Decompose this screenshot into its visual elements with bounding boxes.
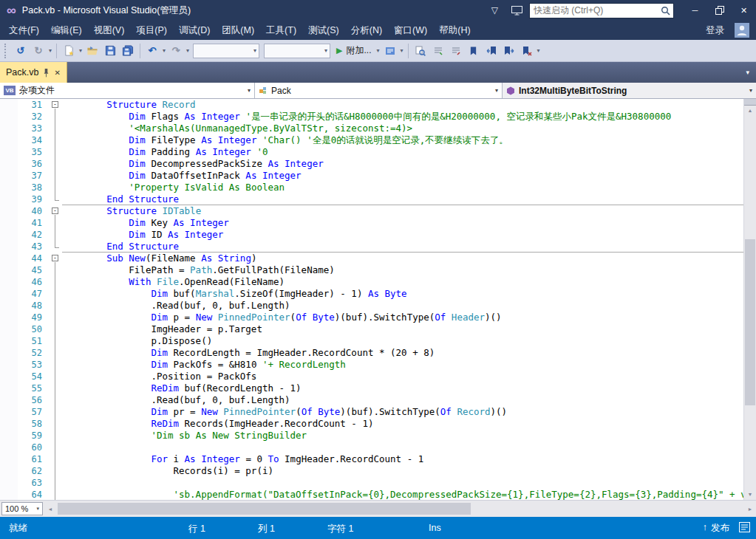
chevron-down-icon[interactable]: ▾ bbox=[244, 87, 254, 94]
code-line-38[interactable]: 38 'Property IsValid As Boolean bbox=[0, 182, 743, 193]
horizontal-scroll-track[interactable] bbox=[56, 501, 744, 517]
indicator-margin[interactable] bbox=[0, 418, 18, 430]
indicator-margin[interactable] bbox=[0, 170, 18, 182]
horizontal-scroll-thumb[interactable] bbox=[58, 503, 471, 515]
redo-dropdown-icon[interactable]: ▾ bbox=[185, 47, 191, 54]
sign-in-link[interactable]: 登录 bbox=[695, 24, 735, 37]
code-line-32[interactable]: 32 Dim Flags As Integer '是一串记录的开头的话&H800… bbox=[0, 111, 743, 123]
indicator-margin[interactable] bbox=[0, 193, 18, 205]
chevron-down-icon[interactable]: ▾ bbox=[324, 47, 330, 54]
indicator-margin[interactable] bbox=[0, 229, 18, 241]
uncomment-button[interactable] bbox=[447, 42, 465, 60]
menu-item-8[interactable]: 测试(S) bbox=[302, 21, 345, 40]
menu-item-11[interactable]: 帮助(H) bbox=[433, 21, 476, 40]
task-status-icon[interactable] bbox=[739, 522, 750, 532]
code-line-55[interactable]: 55 ReDim buf(RecordLength - 1) bbox=[0, 382, 743, 394]
code-editor[interactable]: 31- Structure Record32 Dim Flags As Inte… bbox=[0, 99, 756, 500]
code-line-57[interactable]: 57 Dim pr = New PinnedPointer(Of Byte)(b… bbox=[0, 406, 743, 418]
indicator-margin[interactable] bbox=[0, 241, 18, 253]
quick-launch-input[interactable] bbox=[530, 5, 661, 16]
code-line-49[interactable]: 49 Dim p = New PinnedPointer(Of Byte)(bu… bbox=[0, 312, 743, 323]
save-all-button[interactable] bbox=[119, 42, 137, 60]
scroll-up-icon[interactable]: ▲ bbox=[744, 106, 756, 116]
code-line-31[interactable]: 31- Structure Record bbox=[0, 99, 743, 111]
open-file-button[interactable] bbox=[84, 42, 101, 60]
redo-button[interactable]: ↷ bbox=[167, 42, 185, 60]
toolbar-grip[interactable] bbox=[4, 44, 10, 58]
indicator-margin[interactable] bbox=[0, 264, 18, 276]
code-line-50[interactable]: 50 ImgHeader = p.Target bbox=[0, 323, 743, 335]
code-line-34[interactable]: 34 Dim FileType As Integer 'Char() '全是0的… bbox=[0, 134, 743, 146]
indicator-margin[interactable] bbox=[0, 394, 18, 406]
search-icon[interactable] bbox=[661, 6, 670, 16]
indicator-margin[interactable] bbox=[0, 442, 18, 453]
toolbar-overflow-icon[interactable]: ▾ bbox=[536, 47, 542, 54]
chevron-down-icon[interactable]: ▾ bbox=[746, 87, 756, 94]
indicator-margin[interactable] bbox=[0, 276, 18, 288]
menu-item-9[interactable]: 分析(N) bbox=[345, 21, 388, 40]
indicator-margin[interactable] bbox=[0, 477, 18, 489]
scroll-left-icon[interactable]: ◄ bbox=[44, 507, 56, 512]
code-line-60[interactable]: 60 bbox=[0, 442, 743, 453]
menu-item-10[interactable]: 窗口(W) bbox=[388, 21, 433, 40]
scroll-down-icon[interactable]: ▼ bbox=[744, 490, 756, 500]
code-line-61[interactable]: 61 For i As Integer = 0 To ImgHeader.Rec… bbox=[0, 453, 743, 465]
code-line-52[interactable]: 52 Dim RecordLength = ImgHeader.RecordCo… bbox=[0, 347, 743, 359]
code-line-47[interactable]: 47 Dim buf(Marshal.SizeOf(ImgHeader) - 1… bbox=[0, 288, 743, 300]
project-dropdown[interactable]: VB 杂项文件 ▾ bbox=[0, 83, 255, 98]
navigation-dropdown-icon[interactable]: ▾ bbox=[47, 47, 53, 54]
vertical-scrollbar[interactable]: ▲ ▼ bbox=[743, 99, 756, 500]
code-line-35[interactable]: 35 Dim Padding As Integer '0 bbox=[0, 146, 743, 158]
splitter-handle[interactable] bbox=[744, 99, 756, 106]
indicator-margin[interactable] bbox=[0, 359, 18, 371]
quick-launch-search[interactable] bbox=[529, 3, 674, 18]
indicator-margin[interactable] bbox=[0, 99, 18, 111]
document-list-dropdown-icon[interactable]: ▾ bbox=[739, 69, 756, 76]
code-line-54[interactable]: 54 .Position = PackOfs bbox=[0, 371, 743, 382]
indicator-margin[interactable] bbox=[0, 205, 18, 217]
indicator-margin[interactable] bbox=[0, 312, 18, 323]
horizontal-scrollbar[interactable]: ◄ ► bbox=[44, 501, 756, 517]
indicator-margin[interactable] bbox=[0, 182, 18, 193]
chevron-down-icon[interactable]: ▾ bbox=[36, 506, 39, 512]
code-line-42[interactable]: 42 Dim ID As Integer bbox=[0, 229, 743, 241]
solution-platform-dropdown[interactable]: ▾ bbox=[264, 44, 330, 58]
vertical-scroll-thumb[interactable] bbox=[745, 239, 755, 405]
code-line-62[interactable]: 62 Records(i) = pr(i) bbox=[0, 465, 743, 477]
indicator-margin[interactable] bbox=[0, 146, 18, 158]
indicator-margin[interactable] bbox=[0, 123, 18, 134]
close-button[interactable]: ✕ bbox=[732, 0, 756, 21]
code-line-37[interactable]: 37 Dim DataOffsetInPack As Integer bbox=[0, 170, 743, 182]
indicator-margin[interactable] bbox=[0, 489, 18, 500]
menu-item-7[interactable]: 工具(T) bbox=[260, 21, 302, 40]
code-line-33[interactable]: 33 '<MarshalAs(UnmanagedType.ByValTStr, … bbox=[0, 123, 743, 134]
code-line-58[interactable]: 58 ReDim Records(ImgHeader.RecordCount -… bbox=[0, 418, 743, 430]
account-avatar-icon[interactable] bbox=[735, 23, 749, 38]
new-file-button[interactable] bbox=[60, 42, 78, 60]
publish-button[interactable]: ↑ 发布 bbox=[703, 522, 729, 535]
close-tab-icon[interactable]: ✕ bbox=[54, 69, 60, 77]
feedback-icon[interactable] bbox=[511, 6, 522, 16]
toggle-bookmark-button[interactable] bbox=[465, 42, 483, 60]
code-line-45[interactable]: 45 FilePath = Path.GetFullPath(FileName) bbox=[0, 264, 743, 276]
code-line-64[interactable]: 64 'sb.AppendFormat("DataOffsetInPack={0… bbox=[0, 489, 743, 500]
code-line-63[interactable]: 63 bbox=[0, 477, 743, 489]
solution-configuration-dropdown[interactable]: ▾ bbox=[193, 44, 259, 58]
navigate-forward-button[interactable]: ↻ bbox=[30, 42, 47, 60]
menu-item-4[interactable]: 项目(P) bbox=[130, 21, 173, 40]
indicator-margin[interactable] bbox=[0, 382, 18, 394]
fold-toggle-icon[interactable]: - bbox=[49, 205, 62, 217]
indicator-margin[interactable] bbox=[0, 158, 18, 170]
indicator-margin[interactable] bbox=[0, 406, 18, 418]
tab-pack-vb[interactable]: Pack.vb ✕ bbox=[0, 62, 67, 83]
chevron-down-icon[interactable]: ▾ bbox=[253, 47, 259, 54]
fold-toggle-icon[interactable]: - bbox=[49, 253, 62, 264]
save-button[interactable] bbox=[101, 42, 119, 60]
code-line-43[interactable]: 43 End Structure bbox=[0, 241, 743, 253]
code-line-44[interactable]: 44- Sub New(FileName As String) bbox=[0, 253, 743, 264]
intellitrace-button[interactable] bbox=[381, 42, 399, 60]
indicator-margin[interactable] bbox=[0, 465, 18, 477]
code-line-53[interactable]: 53 Dim PackOfs = &H810 '+ RecordLength bbox=[0, 359, 743, 371]
chevron-down-icon[interactable]: ▾ bbox=[491, 87, 502, 94]
fold-toggle-icon[interactable]: - bbox=[49, 99, 62, 111]
